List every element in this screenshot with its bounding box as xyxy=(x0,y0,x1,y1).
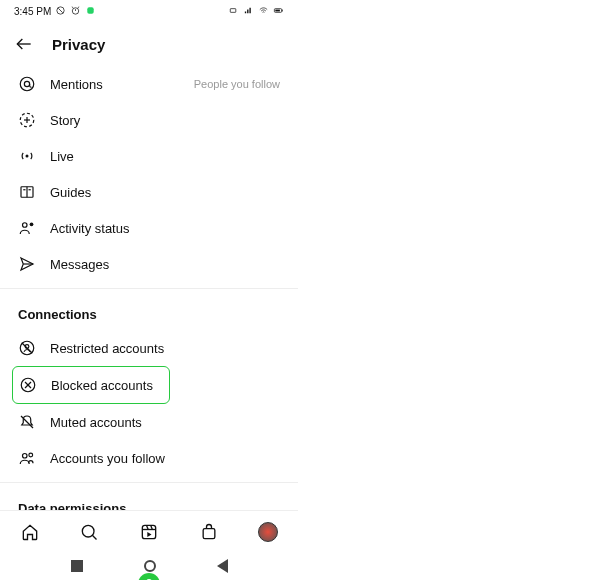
follow-icon xyxy=(18,449,36,467)
whatsapp-icon xyxy=(85,5,96,18)
svg-line-1 xyxy=(58,8,63,13)
mentions-icon xyxy=(18,75,36,93)
menu-story[interactable]: Story xyxy=(0,102,298,138)
svg-marker-45 xyxy=(147,532,151,537)
page-title: Privacy xyxy=(52,36,105,53)
menu-accounts-you-follow[interactable]: Accounts you follow xyxy=(0,440,298,476)
menu-label: Messages xyxy=(50,257,109,272)
privacy-header: Privacy xyxy=(0,22,298,66)
wifi-icon xyxy=(258,5,269,18)
signal-icon xyxy=(243,5,254,18)
svg-line-5 xyxy=(78,6,79,7)
menu-label: Blocked accounts xyxy=(51,378,153,393)
section-connections: Connections xyxy=(0,295,298,330)
back-button[interactable] xyxy=(14,34,34,54)
battery-icon xyxy=(273,5,284,18)
menu-guides[interactable]: Guides xyxy=(0,174,298,210)
separator xyxy=(0,288,298,289)
svg-point-33 xyxy=(29,453,33,457)
dnd-icon xyxy=(55,5,66,18)
restricted-icon xyxy=(18,339,36,357)
status-bar: 3:45 PM xyxy=(0,0,298,22)
svg-point-23 xyxy=(30,222,34,226)
muted-icon xyxy=(18,413,36,431)
svg-point-2 xyxy=(73,7,79,13)
nav-search[interactable] xyxy=(79,522,99,542)
live-icon xyxy=(18,147,36,165)
status-time: 3:45 PM xyxy=(14,6,51,17)
privacy-menu-list: Mentions People you follow Story Live Gu… xyxy=(0,66,298,510)
menu-label: Mentions xyxy=(50,77,103,92)
menu-label: Restricted accounts xyxy=(50,341,164,356)
blocked-icon xyxy=(19,376,37,394)
menu-mentions[interactable]: Mentions People you follow xyxy=(0,66,298,102)
menu-label: Guides xyxy=(50,185,91,200)
nav-profile[interactable] xyxy=(258,522,278,542)
nav-home[interactable] xyxy=(20,522,40,542)
svg-rect-46 xyxy=(203,528,215,538)
svg-rect-7 xyxy=(230,8,236,12)
svg-rect-41 xyxy=(142,525,155,538)
nav-shop[interactable] xyxy=(199,522,219,542)
alarm-icon xyxy=(70,5,81,18)
sys-recent[interactable] xyxy=(71,560,83,572)
menu-aside: People you follow xyxy=(194,78,280,90)
svg-rect-10 xyxy=(275,9,280,11)
svg-point-32 xyxy=(23,454,28,459)
svg-point-13 xyxy=(24,81,29,86)
svg-rect-9 xyxy=(282,9,283,11)
story-icon xyxy=(18,111,36,129)
sys-back[interactable] xyxy=(217,559,228,573)
svg-rect-6 xyxy=(88,7,94,13)
menu-label: Activity status xyxy=(50,221,129,236)
svg-line-4 xyxy=(72,6,73,7)
svg-point-39 xyxy=(83,525,95,537)
messages-icon xyxy=(18,255,36,273)
sys-home[interactable] xyxy=(144,560,156,572)
svg-line-40 xyxy=(93,535,97,539)
menu-live[interactable]: Live xyxy=(0,138,298,174)
guides-icon xyxy=(18,183,36,201)
menu-muted-accounts[interactable]: Muted accounts xyxy=(0,404,298,440)
menu-label: Muted accounts xyxy=(50,415,142,430)
menu-activity-status[interactable]: Activity status xyxy=(0,210,298,246)
nav-reels[interactable] xyxy=(139,522,159,542)
menu-restricted-accounts[interactable]: Restricted accounts xyxy=(0,330,298,366)
menu-label: Live xyxy=(50,149,74,164)
bottom-nav xyxy=(0,510,298,552)
svg-point-12 xyxy=(20,77,34,91)
activity-icon xyxy=(18,219,36,237)
svg-point-17 xyxy=(26,155,29,158)
separator xyxy=(0,482,298,483)
menu-messages[interactable]: Messages xyxy=(0,246,298,282)
two-phone-layout: 3:45 PM Privacy Mentions People y xyxy=(0,0,600,580)
section-data-permissions: Data permissions xyxy=(0,489,298,510)
menu-blocked-accounts[interactable]: Blocked accounts xyxy=(12,366,170,404)
volte-icon xyxy=(228,5,239,18)
menu-label: Accounts you follow xyxy=(50,451,165,466)
svg-point-22 xyxy=(23,223,28,228)
menu-label: Story xyxy=(50,113,80,128)
privacy-screen: 3:45 PM Privacy Mentions People y xyxy=(0,0,298,580)
